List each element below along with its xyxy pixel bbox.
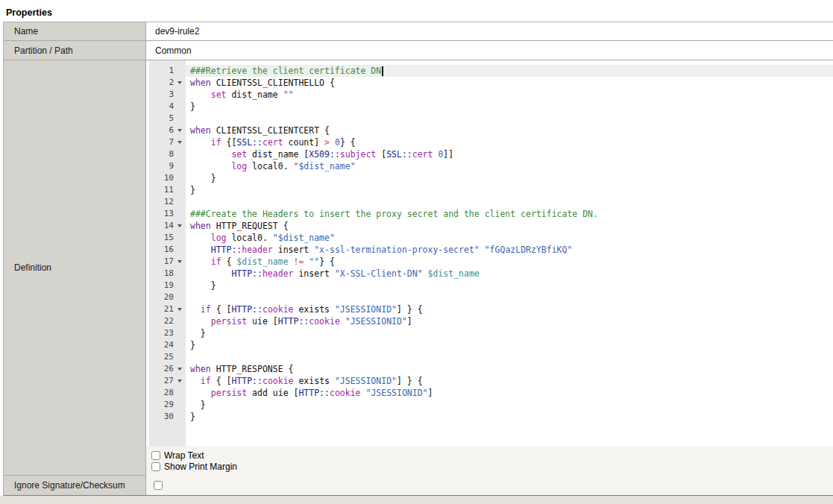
line-number: 5 (149, 113, 174, 125)
code-text: when CLIENTSSL_CLIENTHELLO { (186, 77, 833, 89)
fold-spacer (174, 113, 186, 125)
editor-line[interactable]: 8 set dist_name [X509::subject [SSL::cer… (146, 148, 833, 160)
fold-arrow-icon[interactable] (174, 125, 186, 136)
line-number: 13 (149, 208, 174, 220)
editor-line[interactable]: 17 if { $dist_name != ""} { (146, 256, 833, 268)
editor-line[interactable]: 28 persist add uie [HTTP::cookie "JSESSI… (146, 387, 833, 399)
fold-spacer (174, 196, 186, 208)
editor-line[interactable]: 26when HTTP_RESPONSE { (146, 363, 833, 375)
editor-line[interactable]: 12 (146, 196, 833, 208)
editor-line[interactable]: 13###Create the Headers to insert the pr… (146, 208, 833, 220)
editor-line[interactable]: 29 } (146, 399, 833, 411)
line-number: 24 (149, 339, 174, 351)
irule-code-editor[interactable]: 1###Retrieve the client certificate DN2w… (146, 60, 833, 447)
code-text (186, 292, 833, 303)
show-print-margin-label: Show Print Margin (164, 462, 237, 472)
code-text: log local0. "$dist_name" (186, 160, 833, 172)
line-number: 12 (149, 196, 174, 208)
fold-spacer (174, 411, 186, 423)
fold-arrow-icon[interactable] (174, 77, 186, 89)
code-text: } (186, 339, 833, 351)
wrap-text-checkbox[interactable] (151, 451, 160, 460)
editor-line[interactable]: 22 persist uie [HTTP::cookie "JSESSIONID… (146, 315, 833, 327)
code-text: if {[SSL::cert count] > 0} { (186, 136, 833, 148)
editor-line[interactable]: 10 } (146, 172, 833, 184)
line-number: 27 (149, 375, 174, 387)
editor-lines: 1###Retrieve the client certificate DN2w… (146, 60, 833, 423)
line-number: 11 (149, 184, 174, 196)
editor-line[interactable]: 6when CLIENTSSL_CLIENTCERT { (146, 125, 833, 136)
fold-spacer (174, 280, 186, 292)
code-text (186, 351, 833, 363)
editor-line[interactable]: 5 (146, 113, 833, 125)
line-number: 10 (149, 172, 174, 184)
line-number: 28 (149, 387, 174, 399)
partition-row-value: Common (146, 41, 833, 60)
editor-line[interactable]: 1###Retrieve the client certificate DN (146, 65, 833, 77)
fold-spacer (174, 101, 186, 113)
ignore-signature-checkbox[interactable] (154, 481, 163, 490)
fold-spacer (174, 327, 186, 339)
line-number: 19 (149, 280, 174, 292)
code-text: ###Create the Headers to insert the prox… (186, 208, 833, 220)
fold-arrow-icon[interactable] (174, 363, 186, 375)
editor-line[interactable]: 2when CLIENTSSL_CLIENTHELLO { (146, 77, 833, 89)
code-text: log local0. "$dist_name" (186, 232, 833, 244)
editor-line[interactable]: 15 log local0. "$dist_name" (146, 232, 833, 244)
code-text: } (186, 399, 833, 411)
line-number: 22 (149, 315, 174, 327)
editor-line[interactable]: 27 if { [HTTP::cookie exists "JSESSIONID… (146, 375, 833, 387)
fold-arrow-icon[interactable] (174, 303, 186, 315)
definition-row-label: Definition (4, 60, 146, 476)
editor-line[interactable]: 24} (146, 339, 833, 351)
line-number: 26 (149, 363, 174, 375)
code-text: persist uie [HTTP::cookie "JSESSIONID"] (186, 315, 833, 327)
line-number: 25 (149, 351, 174, 363)
editor-line[interactable]: 11} (146, 184, 833, 196)
fold-arrow-icon[interactable] (174, 375, 186, 387)
editor-line[interactable]: 14when HTTP_REQUEST { (146, 220, 833, 232)
page-title: Properties (0, 0, 833, 22)
code-text: if { [HTTP::cookie exists "JSESSIONID"] … (186, 303, 833, 315)
wrap-text-label: Wrap Text (164, 450, 204, 461)
code-text (186, 113, 833, 125)
line-number: 30 (149, 411, 174, 423)
fold-arrow-icon[interactable] (174, 220, 186, 232)
editor-line[interactable]: 30} (146, 411, 833, 423)
editor-line[interactable]: 21 if { [HTTP::cookie exists "JSESSIONID… (146, 303, 833, 315)
editor-line[interactable]: 19 } (146, 280, 833, 292)
code-text: set dist_name "" (186, 89, 833, 101)
editor-line[interactable]: 9 log local0. "$dist_name" (146, 160, 833, 172)
editor-options-strip: Wrap TextShow Print Margin (146, 447, 833, 476)
name-row-label: Name (4, 22, 146, 41)
code-text: HTTP::header insert "x-ssl-termination-p… (186, 244, 833, 256)
fold-spacer (174, 399, 186, 411)
code-text (186, 196, 833, 208)
line-number: 8 (149, 148, 174, 160)
fold-spacer (174, 208, 186, 220)
page-bottom-band (0, 496, 833, 504)
code-text: persist add uie [HTTP::cookie "JSESSIONI… (186, 387, 833, 399)
partition-row-label: Partition / Path (4, 41, 146, 60)
fold-arrow-icon[interactable] (174, 256, 186, 268)
fold-spacer (174, 292, 186, 303)
line-number: 23 (149, 327, 174, 339)
editor-line[interactable]: 3 set dist_name "" (146, 89, 833, 101)
fold-spacer (174, 339, 186, 351)
editor-line[interactable]: 20 (146, 292, 833, 303)
editor-line[interactable]: 18 HTTP::header insert "X-SSL-Client-DN"… (146, 268, 833, 280)
editor-line[interactable]: 25 (146, 351, 833, 363)
editor-line[interactable]: 4} (146, 101, 833, 113)
line-number: 2 (149, 77, 174, 89)
code-text: } (186, 327, 833, 339)
line-number: 29 (149, 399, 174, 411)
line-number: 6 (149, 125, 174, 136)
fold-spacer (174, 65, 186, 77)
editor-line[interactable]: 16 HTTP::header insert "x-ssl-terminatio… (146, 244, 833, 256)
show-print-margin-checkbox[interactable] (151, 462, 160, 471)
ignore-signature-label: Ignore Signature/Checksum (4, 476, 146, 495)
fold-arrow-icon[interactable] (174, 136, 186, 148)
editor-line[interactable]: 7 if {[SSL::cert count] > 0} { (146, 136, 833, 148)
code-text: } (186, 172, 833, 184)
editor-line[interactable]: 23 } (146, 327, 833, 339)
